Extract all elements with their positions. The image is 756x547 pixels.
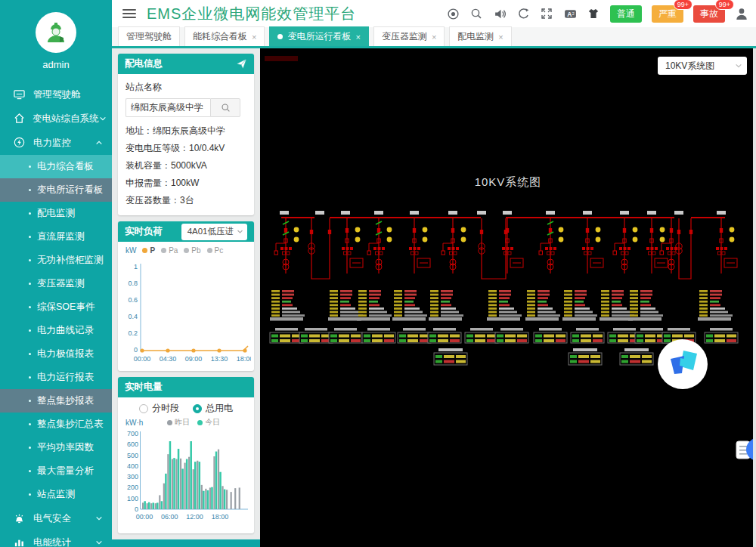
sidebar-subitem-整点集抄汇总表[interactable]: 整点集抄汇总表: [0, 413, 112, 436]
sidebar-item-4[interactable]: 电能统计: [0, 530, 112, 547]
feeder-0[interactable]: [274, 218, 299, 274]
sidebar-subitem-配电监测[interactable]: 配电监测: [0, 202, 112, 225]
status-box-6[interactable]: [465, 328, 498, 343]
fullscreen-icon[interactable]: [540, 7, 553, 20]
volume-icon[interactable]: [493, 7, 507, 20]
refresh-icon[interactable]: [516, 7, 530, 20]
feeder-7[interactable]: [582, 218, 603, 274]
bus-tie-0[interactable]: [308, 218, 331, 279]
feeder-6[interactable]: [539, 218, 563, 274]
radio-总用电[interactable]: 总用电: [193, 402, 233, 415]
feeder-4[interactable]: [442, 218, 466, 274]
load-legend-P[interactable]: P: [142, 246, 155, 255]
sidebar-subitem-直流屏监测[interactable]: 直流屏监测: [0, 225, 112, 249]
sidebar-subitem-综保SOE事件[interactable]: 综保SOE事件: [0, 295, 112, 319]
alarm-badge-普通[interactable]: 普通: [610, 5, 642, 23]
tab-配电监测[interactable]: 配电监测×: [449, 26, 511, 46]
feeder-3[interactable]: [409, 218, 430, 274]
avatar[interactable]: [36, 12, 76, 53]
svg-text:00:00: 00:00: [134, 355, 151, 363]
status-box-8[interactable]: [534, 328, 567, 343]
sidebar-item-0[interactable]: 管理驾驶舱: [0, 82, 112, 107]
energy-legend: kW·h昨日今日: [118, 415, 254, 428]
fontsize-icon[interactable]: A2: [563, 7, 577, 20]
target-icon[interactable]: [446, 7, 460, 20]
theme-icon[interactable]: [587, 7, 600, 20]
info-field-变电电压等级: 变电电压等级：10/0.4kV: [125, 140, 246, 157]
user-icon[interactable]: [735, 7, 748, 20]
realtime-energy-title: 实时电量: [125, 381, 247, 394]
status-box-1[interactable]: [299, 328, 333, 343]
feeder-10[interactable]: [660, 218, 677, 274]
status-box-3[interactable]: [362, 328, 395, 343]
transformer-temp-box-1[interactable]: [569, 348, 602, 365]
status-box-7[interactable]: [495, 328, 528, 343]
alarm-badge-严重[interactable]: 严重99+: [652, 5, 683, 23]
feeder-5[interactable]: [502, 218, 523, 274]
collapse-menu-icon[interactable]: [122, 7, 136, 20]
status-box-4[interactable]: [398, 328, 431, 343]
diagram-select[interactable]: 10KV系统图: [658, 57, 747, 75]
site-name-input[interactable]: [125, 98, 210, 117]
feeder-2[interactable]: [367, 218, 392, 274]
tab-能耗综合看板[interactable]: 能耗综合看板×: [184, 26, 265, 46]
load-legend-Pc[interactable]: Pc: [207, 246, 224, 255]
sidebar-item-2[interactable]: 电力监控: [0, 131, 112, 155]
svg-text:200: 200: [127, 484, 138, 491]
svg-text:0.2: 0.2: [128, 329, 138, 337]
sidebar-subitem-电力运行报表[interactable]: 电力运行报表: [0, 366, 112, 389]
measurement-column-3: [392, 290, 427, 321]
scrollbar[interactable]: [753, 48, 756, 547]
energy-legend-昨日[interactable]: 昨日: [167, 417, 190, 428]
tab-close-icon[interactable]: ×: [355, 32, 360, 42]
status-box-2[interactable]: [329, 328, 362, 343]
feeder-8[interactable]: [613, 218, 637, 274]
tab-close-icon[interactable]: ×: [498, 32, 503, 42]
transformer-temp-box-2[interactable]: [620, 348, 653, 365]
sidebar-subitem-无功补偿柜监测[interactable]: 无功补偿柜监测: [0, 249, 112, 272]
site-search-button[interactable]: [210, 98, 240, 117]
sidebar-subitem-变电所运行看板[interactable]: 变电所运行看板: [0, 178, 112, 202]
alarm-badge-事故[interactable]: 事故99+: [693, 5, 725, 23]
load-legend-Pb[interactable]: Pb: [184, 246, 200, 255]
sidebar-subitem-电力综合看板[interactable]: 电力综合看板: [0, 155, 112, 178]
tab-管理驾驶舱[interactable]: 管理驾驶舱: [118, 26, 180, 46]
search-icon[interactable]: [469, 7, 483, 20]
sidebar-subitem-电力曲线记录[interactable]: 电力曲线记录: [0, 319, 112, 342]
sidebar-item-3[interactable]: 电气安全: [0, 506, 112, 530]
sidebar-item-1[interactable]: 变电站综自系统: [0, 107, 112, 131]
chevron-down-icon: [95, 515, 103, 522]
sidebar-subitem-变压器监测[interactable]: 变压器监测: [0, 272, 112, 295]
feeder-11[interactable]: [716, 218, 737, 274]
feeder-9[interactable]: [646, 218, 668, 274]
load-feeder-select[interactable]: 4A01低压进: [181, 224, 247, 240]
sidebar-subitem-平均功率因数[interactable]: 平均功率因数: [0, 436, 112, 459]
topbar-icons: A2普通严重99+事故99+: [446, 5, 748, 23]
tab-变电所运行看板[interactable]: 变电所运行看板×: [269, 26, 368, 46]
measurement-column-2: [357, 290, 392, 321]
radio-分时段[interactable]: 分时段: [139, 402, 179, 415]
status-box-9[interactable]: [571, 328, 604, 343]
energy-legend-今日[interactable]: 今日: [197, 417, 220, 428]
measurement-column-4: [429, 290, 463, 321]
sidebar-menu: 管理驾驶舱变电站综自系统电力监控电力综合看板变电所运行看板配电监测直流屏监测无功…: [0, 82, 112, 547]
tab-变压器监测[interactable]: 变压器监测×: [373, 26, 445, 46]
status-box-5[interactable]: [428, 328, 461, 343]
transformer-temp-box-0[interactable]: [434, 348, 467, 365]
send-icon[interactable]: [236, 58, 247, 70]
sidebar-subitem-电力极值报表[interactable]: 电力极值报表: [0, 342, 112, 366]
tab-close-icon[interactable]: ×: [252, 32, 256, 42]
sidebar-subitem-最大需量分析[interactable]: 最大需量分析: [0, 459, 112, 483]
feeder-1[interactable]: [342, 218, 363, 274]
single-line-diagram[interactable]: [260, 48, 756, 546]
tab-bar: 管理驾驶舱能耗综合看板×变电所运行看板×变压器监测×配电监测×: [112, 27, 756, 48]
status-box-13[interactable]: [705, 328, 738, 343]
bus-tie-2[interactable]: [676, 218, 692, 279]
tab-close-icon[interactable]: ×: [432, 32, 436, 42]
sidebar-subitem-整点集抄报表[interactable]: 整点集抄报表: [0, 389, 112, 413]
svg-text:0.8: 0.8: [128, 280, 138, 287]
status-box-0[interactable]: [270, 328, 303, 343]
svg-text:0.6: 0.6: [128, 296, 138, 304]
sidebar-subitem-站点监测[interactable]: 站点监测: [0, 483, 112, 506]
load-legend-Pa[interactable]: Pa: [161, 246, 178, 255]
